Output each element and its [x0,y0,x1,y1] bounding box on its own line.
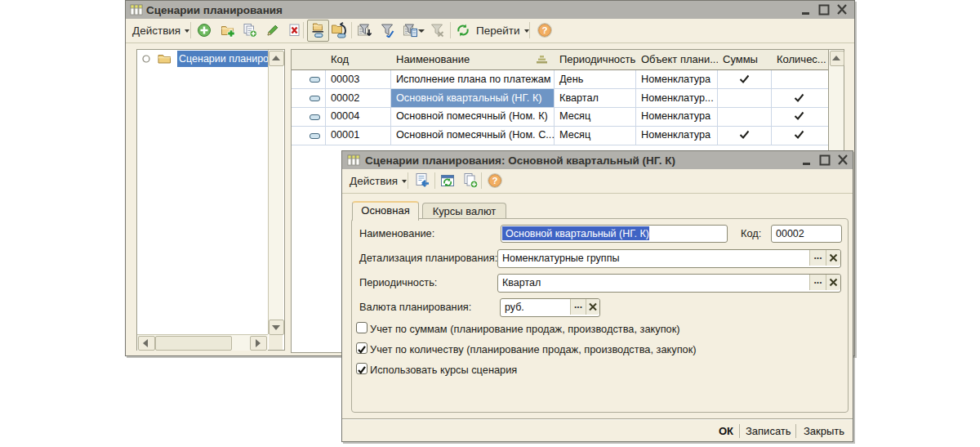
svg-text:?: ? [541,25,547,35]
